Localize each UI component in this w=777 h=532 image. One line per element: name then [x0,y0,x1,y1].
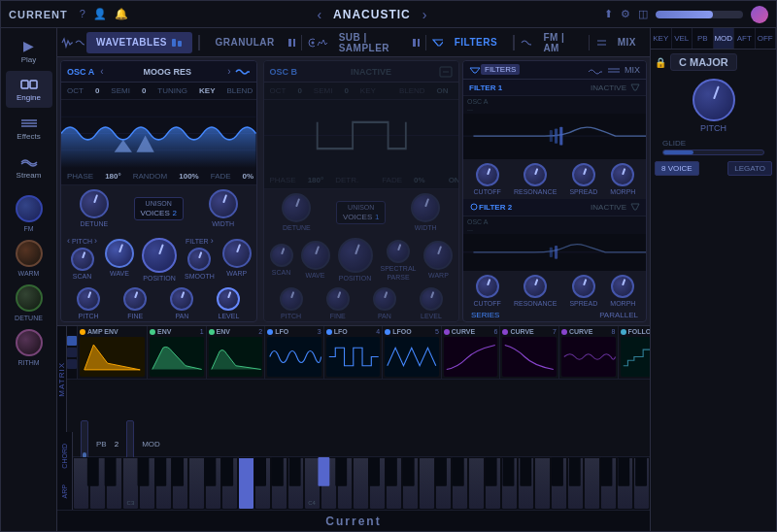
rp-tab-mod[interactable]: MOD [714,28,735,49]
rp-tab-vel[interactable]: VEL [672,28,693,49]
osc-b-fine-knob[interactable] [326,287,350,311]
osc-b-width-knob[interactable] [411,193,440,222]
tab-filters[interactable]: FILTERS [445,32,507,53]
white-key-29[interactable] [534,457,551,510]
white-key-30[interactable] [551,457,567,510]
white-key-5[interactable] [139,457,155,510]
filter2-spread-knob[interactable] [572,275,595,298]
legato-btn[interactable]: LEGATO [727,161,772,176]
user-icon[interactable]: 👤 [93,8,107,20]
lfo3-graph[interactable] [385,337,439,377]
filter-right-arrow[interactable]: › [211,236,214,246]
series-label[interactable]: SERIES [471,311,499,319]
white-key-19[interactable] [369,457,386,510]
white-key-33[interactable] [600,457,617,510]
osc-a-prev-arrow[interactable]: ‹ [100,66,103,77]
bell-icon[interactable]: 🔔 [115,8,128,20]
osc-b-position-knob[interactable] [338,238,373,273]
white-key-17[interactable] [337,457,354,510]
osc-a-width-knob[interactable] [209,189,238,218]
osc-b-detune-knob[interactable] [282,193,311,222]
8voice-btn[interactable]: 8 VOICE [655,161,699,176]
white-key-22[interactable] [419,457,435,510]
osc-a-level-knob[interactable] [217,287,240,311]
nav-left-arrow[interactable]: ‹ [317,7,321,22]
white-key-6[interactable] [155,457,172,510]
white-key-28[interactable] [518,457,534,510]
engine-button[interactable]: Engine [6,71,52,108]
osc-a-detune-knob[interactable] [80,189,109,218]
osc-a-wave-knob[interactable] [105,239,134,268]
white-key-8[interactable] [188,457,205,510]
rp-tab-pb[interactable]: PB [693,28,714,49]
filter1-spread-knob[interactable] [572,163,595,186]
fm-knob[interactable] [16,195,43,222]
stream-button[interactable]: Stream [6,149,52,185]
tab-sub-sampler[interactable]: SUB | SAMPLER [329,32,409,53]
cloud-icon[interactable]: ⬆ [604,8,613,20]
pitch-main-knob[interactable] [693,79,735,121]
filter-knob[interactable] [187,248,211,271]
user-avatar[interactable] [751,6,768,23]
filter-tab-filters[interactable]: FILTERS [481,64,520,75]
white-key-25[interactable] [468,457,485,510]
tab-wavetables[interactable]: WAVETABLES [86,32,192,53]
white-key-31[interactable] [567,457,584,510]
filter1-cutoff-knob[interactable] [476,163,499,186]
scan-right-arrow[interactable]: › [94,236,97,246]
tab-fm-am[interactable]: FM | AM [533,32,583,53]
osc-b-warp-knob[interactable] [423,241,453,270]
pitch-scan-knob[interactable] [71,248,94,271]
osc-a-pitch-knob[interactable] [77,287,100,311]
white-key-32[interactable] [584,457,600,510]
white-key-23[interactable] [435,457,452,510]
mode-btn-1[interactable] [67,336,77,346]
white-key-3[interactable] [106,457,122,510]
lfo2-graph[interactable] [326,337,381,377]
lock-icon[interactable]: 🔒 [655,57,666,68]
tab-mix[interactable]: MIX [608,32,646,53]
env1-graph[interactable] [150,337,204,377]
rp-tab-aft[interactable]: AFT [734,28,756,49]
glide-slider[interactable] [662,150,764,155]
nav-right-arrow[interactable]: › [422,7,427,22]
help-icon[interactable]: ? [80,8,85,20]
white-key-27[interactable] [501,457,518,510]
white-key-9[interactable] [205,457,221,510]
detune-knob[interactable] [16,284,43,312]
lfo1-graph[interactable] [267,337,321,377]
rp-tab-off[interactable]: OFF [756,28,777,49]
white-key-15[interactable]: C4 [304,457,321,510]
white-key-16[interactable] [321,457,337,510]
curve1-graph[interactable] [444,337,498,377]
white-key-35[interactable] [633,457,650,510]
osc-a-position-knob[interactable] [142,238,177,273]
warm-knob[interactable] [16,240,43,267]
osc-b-scan-knob[interactable] [270,244,293,267]
curve3-graph[interactable] [561,337,616,377]
osc-a-fine-knob[interactable] [123,287,147,311]
osc-a-pan-knob[interactable] [170,287,193,311]
white-key-2[interactable] [89,457,106,510]
rp-tab-key[interactable]: KEY [651,28,672,49]
white-key-7[interactable] [172,457,188,510]
osc-b-wave-knob[interactable] [301,241,330,270]
white-key-14[interactable] [287,457,304,510]
cpu-icon[interactable]: ◫ [638,8,648,20]
mode-btn-2[interactable] [67,348,77,357]
white-key-10[interactable] [221,457,238,510]
scan-left-arrow[interactable]: ‹ [67,236,70,246]
white-key-18[interactable] [353,457,369,510]
white-key-21[interactable] [402,457,419,510]
white-key-24[interactable] [452,457,468,510]
effects-button[interactable]: Effects [6,110,52,147]
white-key-13[interactable] [271,457,287,510]
env2-graph[interactable] [209,337,263,377]
osc-b-pitch-knob[interactable] [280,287,303,311]
osc-b-level-knob[interactable] [420,287,443,311]
white-key-20[interactable] [386,457,402,510]
amp-env-graph[interactable] [80,337,145,377]
play-button[interactable]: ▶ Play [6,32,52,69]
mix-tab[interactable]: MIX [625,65,640,75]
filter2-resonance-knob[interactable] [524,275,547,298]
